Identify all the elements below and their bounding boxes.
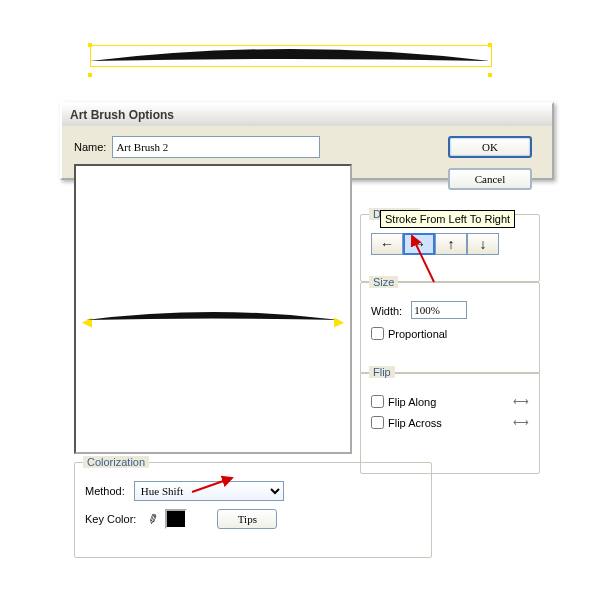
flip-along-icon: ⟷	[509, 395, 529, 408]
keycolor-swatch[interactable]	[165, 509, 187, 529]
flip-along-checkbox-input[interactable]	[371, 395, 384, 408]
ok-button[interactable]: OK	[448, 136, 532, 158]
flip-across-checkbox[interactable]: Flip Across ⟷	[371, 416, 529, 429]
tips-button[interactable]: Tips	[217, 509, 277, 529]
canvas-brush-artwork	[90, 45, 490, 75]
annotation-arrow-method-icon	[190, 474, 238, 496]
colorization-group: Colorization Method: Hue Shift Key Color…	[74, 462, 432, 558]
keycolor-label: Key Color:	[85, 513, 136, 525]
svg-line-1	[412, 236, 434, 282]
name-label: Name:	[74, 141, 106, 153]
size-legend: Size	[369, 276, 398, 288]
flip-across-icon: ⟷	[509, 416, 529, 429]
svg-line-0	[192, 478, 232, 492]
width-label: Width:	[371, 305, 402, 317]
eyedropper-icon[interactable]: ✎	[146, 510, 162, 528]
method-label: Method:	[85, 485, 125, 497]
proportional-checkbox[interactable]: Proportional	[371, 327, 529, 340]
flip-legend: Flip	[369, 366, 395, 378]
flip-across-checkbox-input[interactable]	[371, 416, 384, 429]
brush-preview: ◀ ▶	[74, 164, 352, 454]
art-brush-options-dialog: Art Brush Options Name: OK Cancel ◀ ▶ Di…	[60, 102, 554, 180]
direction-tooltip: Stroke From Left To Right	[380, 210, 515, 228]
size-group: Size Width: Proportional	[360, 282, 540, 374]
proportional-checkbox-input[interactable]	[371, 327, 384, 340]
direction-left-button[interactable]: ←	[371, 233, 403, 255]
flip-along-label: Flip Along	[388, 396, 436, 408]
flip-across-label: Flip Across	[388, 417, 442, 429]
proportional-label: Proportional	[388, 328, 447, 340]
preview-arrow-right-icon: ▶	[334, 314, 344, 329]
name-input[interactable]	[112, 136, 320, 158]
cancel-button[interactable]: Cancel	[448, 168, 532, 190]
colorization-legend: Colorization	[83, 456, 149, 468]
direction-down-button[interactable]: ↓	[467, 233, 499, 255]
dialog-titlebar[interactable]: Art Brush Options	[62, 104, 552, 126]
flip-along-checkbox[interactable]: Flip Along ⟷	[371, 395, 529, 408]
flip-group: Flip Flip Along ⟷ Flip Across ⟷	[360, 372, 540, 474]
width-input[interactable]	[411, 301, 467, 319]
annotation-arrow-direction-icon	[406, 232, 440, 286]
